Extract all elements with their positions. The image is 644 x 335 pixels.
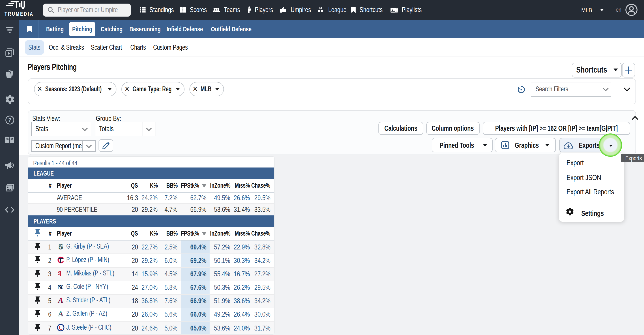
svg-text:Y: Y [59, 284, 63, 290]
svg-text:?: ? [8, 117, 12, 123]
svg-text:S: S [58, 243, 63, 250]
svg-text:C: C [59, 324, 63, 331]
svg-text:A: A [58, 310, 63, 318]
svg-text:A: A [58, 297, 63, 304]
